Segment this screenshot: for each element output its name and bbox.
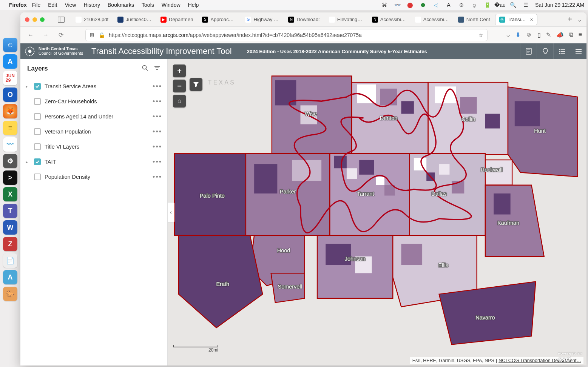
layer-menu-icon[interactable]: ••• [153,98,162,106]
layer-name[interactable]: Zero-Car Households [45,98,97,104]
downloads-icon[interactable]: ⬇ [515,31,520,38]
dock-teams[interactable]: T [3,204,17,218]
menubar-wifi-icon[interactable]: �au [497,2,503,8]
layer-name[interactable]: Title VI Layers [45,144,79,150]
menu-tools[interactable]: Tools [142,2,154,8]
dock-zotero[interactable]: Z [3,237,17,251]
menu-bookmarks[interactable]: Bookmarks [108,2,134,8]
menubar-user-icon[interactable]: ⍜ [471,2,478,8]
layer-menu-icon[interactable]: ••• [153,113,162,121]
menubar-play-icon[interactable]: ⊙ [458,2,465,8]
layer-name[interactable]: Transit Service Areas [45,83,96,89]
menubar-app-icon3[interactable]: A [445,2,452,8]
menu-edit[interactable]: Edit [48,2,57,8]
menu-window[interactable]: Window [162,2,181,8]
browser-tab[interactable]: NDownload: [284,14,323,25]
app-menu-icon[interactable]: ≡ [579,31,582,38]
dock-word[interactable]: W [3,220,17,235]
layer-checkbox[interactable] [34,98,41,105]
shield-icon[interactable]: ⛨ [90,32,95,38]
ext1-icon[interactable]: ✎ [546,31,551,38]
panel-collapse-button[interactable]: ‹ [168,202,174,223]
layer-checkbox[interactable] [34,83,41,90]
dock-finder[interactable]: ☺ [3,38,17,52]
browser-tab[interactable]: North Cent [454,14,494,25]
browser-tab[interactable]: SApproaches [198,14,240,25]
dock-excel[interactable]: X [3,187,17,201]
browser-tab[interactable]: GHighway Re [241,14,283,25]
library-icon[interactable]: ▯ [537,31,541,38]
layer-menu-icon[interactable]: ••• [153,173,162,181]
menu-view[interactable]: View [65,2,76,8]
layer-checkbox[interactable] [34,158,41,165]
map-filter-button[interactable] [190,78,202,91]
forward-button[interactable]: → [40,29,51,41]
new-tab-button[interactable]: + [568,15,572,24]
header-legend-button[interactable] [553,43,570,59]
layer-checkbox[interactable] [34,143,41,150]
browser-tab[interactable]: Elevating Equit [325,14,367,25]
menubar-record-icon[interactable]: ⬤ [407,2,414,8]
menu-file[interactable]: File [32,2,41,8]
dock-firefox[interactable]: 🦊 [3,104,17,118]
dock-app3[interactable]: 🐎 [3,287,17,301]
layer-checkbox[interactable] [34,113,41,120]
minimize-window-button[interactable] [32,17,37,22]
dock-terminal[interactable]: > [3,170,17,185]
dock-appstore[interactable]: A [3,54,17,69]
browser-tab[interactable]: ▶Departmen [157,14,197,25]
menubar-app-icon[interactable]: ⬢ [420,2,426,8]
dock-outlook[interactable]: O [3,88,17,102]
layer-menu-icon[interactable]: ••• [153,128,162,136]
tab-close-icon[interactable]: × [530,17,533,23]
layers-search-icon[interactable] [142,64,148,73]
dock-notes[interactable]: ≡ [3,121,17,135]
bookmark-star-icon[interactable]: ☆ [478,32,483,38]
layers-filter-icon[interactable] [154,64,161,73]
menubar-app-name[interactable]: Firefox [9,2,27,8]
menubar-icon[interactable]: ⌘ [381,2,388,8]
layer-menu-icon[interactable]: ••• [153,83,162,91]
dock-app[interactable]: 📄 [3,253,17,268]
dock-calendar[interactable]: JUN29 [3,71,17,85]
layer-menu-icon[interactable]: ••• [153,158,162,166]
menubar-battery-icon[interactable]: 🔋 [484,2,491,8]
sidebar-toggle-icon[interactable] [56,15,66,25]
browser-tab[interactable]: 210628.pdf [72,14,112,25]
layer-menu-icon[interactable]: ••• [153,143,162,151]
layer-checkbox[interactable] [34,128,41,135]
browser-tab[interactable]: ◎Transit A× [495,14,537,25]
menubar-clock[interactable]: Sat Jun 29 12:22 AM [535,2,584,8]
header-tips-button[interactable] [537,43,553,59]
maximize-window-button[interactable] [40,17,45,22]
pocket-icon[interactable]: ⌵ [506,31,510,38]
menu-help[interactable]: Help [188,2,199,8]
browser-tab[interactable]: NAccessibility [368,14,410,25]
account-icon[interactable]: ☺ [526,31,532,38]
layer-name[interactable]: TAIT [45,159,56,165]
layer-checkbox[interactable] [34,174,41,180]
menubar-app-icon2[interactable]: ◁ [432,2,439,8]
ext2-icon[interactable]: 📣 [556,31,564,38]
layer-expand-caret-icon[interactable]: ▸ [26,160,30,164]
menu-history[interactable]: History [83,2,100,8]
dock-settings[interactable]: ⚙ [3,154,17,168]
zoom-in-button[interactable]: + [173,64,186,77]
menubar-search-icon[interactable]: 🔍 [509,2,516,8]
zoom-out-button[interactable]: − [173,80,186,92]
tab-overflow-button[interactable]: ⌄ [577,17,582,23]
layer-expand-caret-icon[interactable]: ▸ [26,84,30,89]
layer-name[interactable]: Veteran Population [45,129,91,135]
close-window-button[interactable] [25,17,29,22]
home-extent-button[interactable]: ⌂ [173,95,186,107]
menubar-control-center-icon[interactable]: ☰ [522,2,529,8]
address-bar[interactable]: ⛨ 🔒 https://nctcoggis.maps.arcgis.com/ap… [85,29,488,41]
header-info-button[interactable] [520,43,537,59]
browser-tab[interactable]: Justice40 In [114,14,155,25]
dock-app2[interactable]: A [3,270,17,284]
reload-button[interactable]: ⟳ [55,29,66,41]
extensions-icon[interactable]: ⧉ [569,31,573,38]
layer-name[interactable]: Persons Aged 14 and Under [45,114,113,120]
back-button[interactable]: ← [25,29,36,41]
browser-tab[interactable]: Accessibility M [411,14,453,25]
